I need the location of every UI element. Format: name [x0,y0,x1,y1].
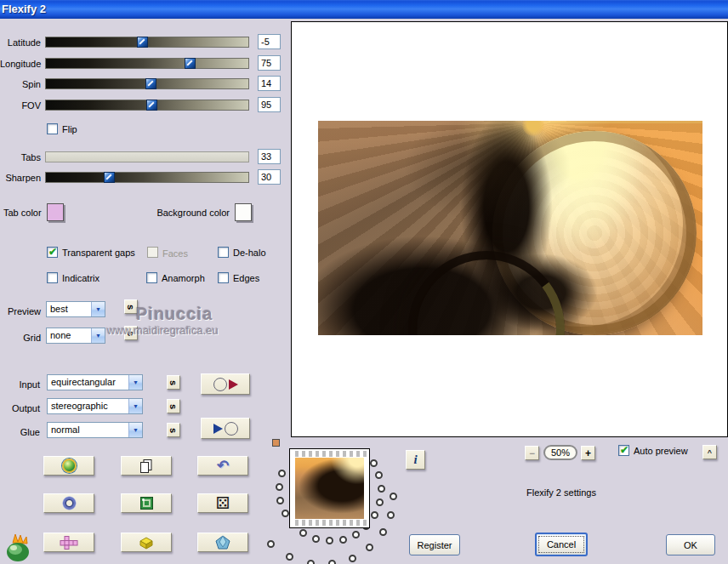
edges-label: Edges [233,273,259,283]
preset-dot[interactable] [352,531,360,538]
preset-dot[interactable] [282,510,289,517]
title-bar[interactable]: Flexify 2 [0,0,728,19]
chevron-down-icon[interactable]: ▼ [128,375,142,390]
input-select[interactable]: equirectangular ▼ [47,374,143,390]
chevron-down-icon[interactable]: ▼ [91,328,105,343]
preset-dot[interactable] [375,471,383,479]
tabs-value-input[interactable] [258,149,281,164]
spin-slider-thumb[interactable] [145,78,156,89]
preset-dot[interactable] [299,529,307,537]
sharpen-slider-thumb[interactable] [104,172,115,183]
preset-dot[interactable] [376,498,384,506]
disc-icon [225,422,238,436]
fov-value-input[interactable] [258,97,281,112]
globe-button[interactable] [43,456,94,476]
preset-dot[interactable] [276,483,283,491]
glue-label: Glue [0,426,40,438]
spin-slider[interactable] [45,78,249,89]
input-s-button[interactable]: s [167,375,180,390]
bricks-button[interactable] [121,533,172,552]
circuit-button[interactable] [121,493,172,513]
longitude-slider-thumb[interactable] [185,58,196,69]
indicatrix-checkbox[interactable] [47,272,58,283]
preset-dot[interactable] [390,493,397,500]
transparent-gaps-checkbox[interactable] [47,247,58,258]
stamp-perforation [292,520,367,526]
preview-image [318,121,702,335]
sharpen-slider[interactable] [45,172,249,183]
cancel-button[interactable]: Cancel [535,533,588,556]
flip-checkbox[interactable] [47,123,58,134]
disc-icon [213,378,227,391]
spin-value-input[interactable] [258,76,281,91]
save-settings-button[interactable] [201,373,250,395]
faces-checkbox [147,247,158,258]
chevron-down-icon[interactable]: ▼ [128,399,142,413]
zoom-level[interactable]: 50% [543,445,577,460]
flip-label: Flip [62,124,77,134]
zoom-in-button[interactable]: + [581,446,595,460]
preview-thumbnail[interactable] [289,448,370,528]
preset-dot[interactable] [379,528,387,536]
memory-dot-swatch[interactable] [272,439,280,447]
transparent-gaps-label: Transparent gaps [62,248,135,258]
fov-slider-thumb[interactable] [146,100,157,111]
torus-button[interactable] [43,493,94,513]
tab-color-swatch[interactable] [47,203,64,221]
preview-select[interactable]: best ▼ [46,301,105,317]
latitude-slider-thumb[interactable] [137,37,148,48]
longitude-row: Longitude [0,56,289,73]
edges-checkbox[interactable] [218,272,229,283]
preset-dot[interactable] [326,537,333,544]
latitude-label: Latitude [0,37,41,48]
copy-button[interactable] [121,456,172,476]
preset-dot[interactable] [307,560,315,564]
output-s-button[interactable]: s [167,399,180,413]
chevron-down-icon[interactable]: ▼ [91,302,105,316]
polyhedron-button[interactable] [197,533,248,552]
de-halo-checkbox[interactable] [218,247,229,258]
grid-select[interactable]: none ▼ [46,328,105,344]
ok-button[interactable]: OK [666,534,715,555]
longitude-slider[interactable] [45,58,249,69]
preset-dot[interactable] [366,544,373,551]
auto-preview-checkbox[interactable] [618,445,629,456]
preset-dot[interactable] [349,555,356,562]
chevron-down-icon[interactable]: ▼ [128,423,142,437]
info-button[interactable]: i [406,450,425,470]
settings-status-text: Flexify 2 settings [476,487,646,498]
latitude-value-input[interactable] [258,34,281,49]
preset-dot[interactable] [387,511,395,519]
preset-dot[interactable] [339,536,347,544]
preset-dot[interactable] [328,560,336,564]
load-settings-button[interactable] [201,418,250,439]
background-color-swatch[interactable] [235,203,252,221]
output-select[interactable]: stereographic ▼ [47,398,143,414]
preset-dot[interactable] [378,485,385,493]
info-icon: i [413,453,417,467]
glue-select[interactable]: normal ▼ [47,422,143,438]
undo-button[interactable]: ↶ [197,456,248,476]
preset-dot[interactable] [286,553,293,561]
tab-color-label: Tab color [3,207,42,219]
cube-net-button[interactable] [43,533,94,552]
preset-dot[interactable] [370,459,378,467]
anamorph-checkbox[interactable] [146,272,157,283]
sharpen-value-input[interactable] [258,169,281,185]
watermark-line1: Pinuccia [136,305,213,324]
preset-dot[interactable] [312,535,320,543]
fov-slider[interactable] [45,100,249,111]
longitude-value-input[interactable] [258,55,281,71]
random-button[interactable]: ⚄ [197,493,248,513]
preview-canvas[interactable] [291,21,728,437]
preset-dot[interactable] [267,540,275,548]
latitude-slider[interactable] [45,37,249,48]
zoom-out-button[interactable]: − [525,446,539,460]
glue-s-button[interactable]: s [167,423,180,437]
spin-row: Spin [0,77,289,94]
register-button[interactable]: Register [409,534,460,555]
preset-dot[interactable] [371,511,378,519]
preset-dot[interactable] [278,470,286,477]
collapse-button[interactable]: ^ [702,445,717,459]
preset-dot[interactable] [276,497,284,504]
